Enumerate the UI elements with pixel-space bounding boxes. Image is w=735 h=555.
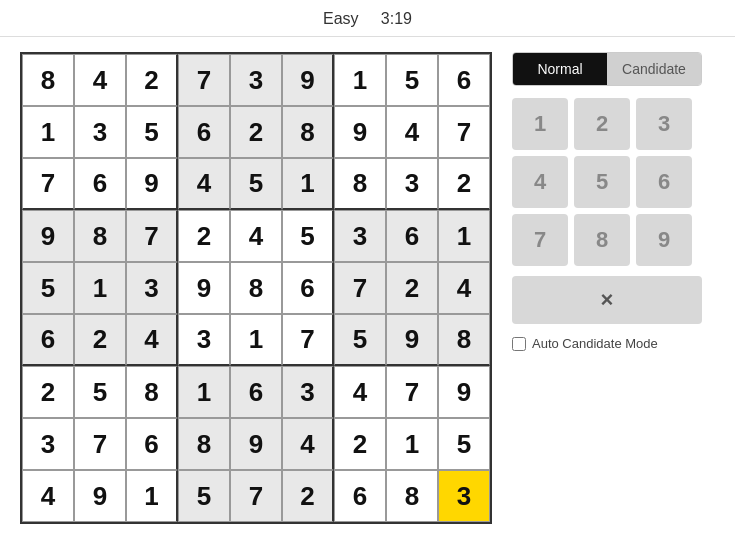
table-row[interactable]: 2 (334, 418, 386, 470)
table-row[interactable]: 9 (126, 158, 178, 210)
table-row[interactable]: 2 (386, 262, 438, 314)
table-row[interactable]: 6 (334, 470, 386, 522)
table-row[interactable]: 8 (282, 106, 334, 158)
table-row[interactable]: 3 (438, 470, 490, 522)
table-row[interactable]: 4 (126, 314, 178, 366)
numpad-button-4[interactable]: 4 (512, 156, 568, 208)
table-row[interactable]: 9 (438, 366, 490, 418)
table-row[interactable]: 9 (74, 470, 126, 522)
table-row[interactable]: 6 (230, 366, 282, 418)
table-row[interactable]: 1 (126, 470, 178, 522)
numpad-button-5[interactable]: 5 (574, 156, 630, 208)
table-row[interactable]: 1 (22, 106, 74, 158)
table-row[interactable]: 2 (178, 210, 230, 262)
table-row[interactable]: 7 (438, 106, 490, 158)
table-row[interactable]: 3 (126, 262, 178, 314)
table-row[interactable]: 8 (334, 158, 386, 210)
numpad-button-3[interactable]: 3 (636, 98, 692, 150)
table-row[interactable]: 7 (178, 54, 230, 106)
normal-mode-button[interactable]: Normal (513, 53, 607, 85)
table-row[interactable]: 8 (438, 314, 490, 366)
table-row[interactable]: 3 (22, 418, 74, 470)
numpad-button-7[interactable]: 7 (512, 214, 568, 266)
table-row[interactable]: 4 (334, 366, 386, 418)
clear-button[interactable]: × (512, 276, 702, 324)
table-row[interactable]: 2 (74, 314, 126, 366)
table-row[interactable]: 5 (178, 470, 230, 522)
table-row[interactable]: 7 (22, 158, 74, 210)
table-row[interactable]: 3 (178, 314, 230, 366)
numpad-button-8[interactable]: 8 (574, 214, 630, 266)
table-row[interactable]: 2 (282, 470, 334, 522)
table-row[interactable]: 5 (22, 262, 74, 314)
table-row[interactable]: 7 (74, 418, 126, 470)
table-row[interactable]: 3 (74, 106, 126, 158)
table-row[interactable]: 4 (282, 418, 334, 470)
table-row[interactable]: 8 (230, 262, 282, 314)
table-row[interactable]: 5 (74, 366, 126, 418)
auto-candidate-label: Auto Candidate Mode (532, 336, 658, 351)
table-row[interactable]: 4 (386, 106, 438, 158)
table-row[interactable]: 2 (126, 54, 178, 106)
table-row[interactable]: 7 (386, 366, 438, 418)
table-row[interactable]: 1 (334, 54, 386, 106)
table-row[interactable]: 3 (386, 158, 438, 210)
auto-candidate-row: Auto Candidate Mode (512, 336, 702, 351)
table-row[interactable]: 4 (178, 158, 230, 210)
auto-candidate-checkbox[interactable] (512, 337, 526, 351)
table-row[interactable]: 9 (178, 262, 230, 314)
numpad-button-1[interactable]: 1 (512, 98, 568, 150)
table-row[interactable]: 5 (438, 418, 490, 470)
table-row[interactable]: 1 (230, 314, 282, 366)
table-row[interactable]: 6 (282, 262, 334, 314)
table-row[interactable]: 6 (438, 54, 490, 106)
table-row[interactable]: 8 (22, 54, 74, 106)
table-row[interactable]: 5 (282, 210, 334, 262)
table-row[interactable]: 4 (438, 262, 490, 314)
table-row[interactable]: 3 (230, 54, 282, 106)
table-row[interactable]: 8 (386, 470, 438, 522)
sudoku-grid[interactable]: 8427391561356289477694518329872453615139… (20, 52, 492, 524)
table-row[interactable]: 1 (74, 262, 126, 314)
table-row[interactable]: 8 (126, 366, 178, 418)
table-row[interactable]: 4 (230, 210, 282, 262)
table-row[interactable]: 5 (126, 106, 178, 158)
table-row[interactable]: 9 (334, 106, 386, 158)
table-row[interactable]: 6 (386, 210, 438, 262)
table-row[interactable]: 7 (230, 470, 282, 522)
table-row[interactable]: 1 (438, 210, 490, 262)
table-row[interactable]: 7 (126, 210, 178, 262)
table-row[interactable]: 9 (22, 210, 74, 262)
table-row[interactable]: 9 (230, 418, 282, 470)
table-row[interactable]: 3 (334, 210, 386, 262)
table-row[interactable]: 7 (282, 314, 334, 366)
table-row[interactable]: 6 (126, 418, 178, 470)
table-row[interactable]: 1 (178, 366, 230, 418)
table-row[interactable]: 4 (22, 470, 74, 522)
table-row[interactable]: 6 (74, 158, 126, 210)
mode-toggle[interactable]: Normal Candidate (512, 52, 702, 86)
table-row[interactable]: 2 (438, 158, 490, 210)
table-row[interactable]: 6 (178, 106, 230, 158)
table-row[interactable]: 2 (230, 106, 282, 158)
table-row[interactable]: 3 (282, 366, 334, 418)
table-row[interactable]: 9 (282, 54, 334, 106)
table-row[interactable]: 6 (22, 314, 74, 366)
table-row[interactable]: 2 (22, 366, 74, 418)
table-row[interactable]: 8 (178, 418, 230, 470)
table-row[interactable]: 7 (334, 262, 386, 314)
table-row[interactable]: 5 (386, 54, 438, 106)
numpad-button-9[interactable]: 9 (636, 214, 692, 266)
table-row[interactable]: 5 (230, 158, 282, 210)
numpad-button-6[interactable]: 6 (636, 156, 692, 208)
numpad-button-2[interactable]: 2 (574, 98, 630, 150)
table-row[interactable]: 1 (282, 158, 334, 210)
table-row[interactable]: 8 (74, 210, 126, 262)
candidate-mode-button[interactable]: Candidate (607, 53, 701, 85)
table-row[interactable]: 1 (386, 418, 438, 470)
timer-display: 3:19 (381, 10, 412, 27)
table-row[interactable]: 5 (334, 314, 386, 366)
main-content: 8427391561356289477694518329872453615139… (0, 37, 735, 539)
table-row[interactable]: 9 (386, 314, 438, 366)
table-row[interactable]: 4 (74, 54, 126, 106)
